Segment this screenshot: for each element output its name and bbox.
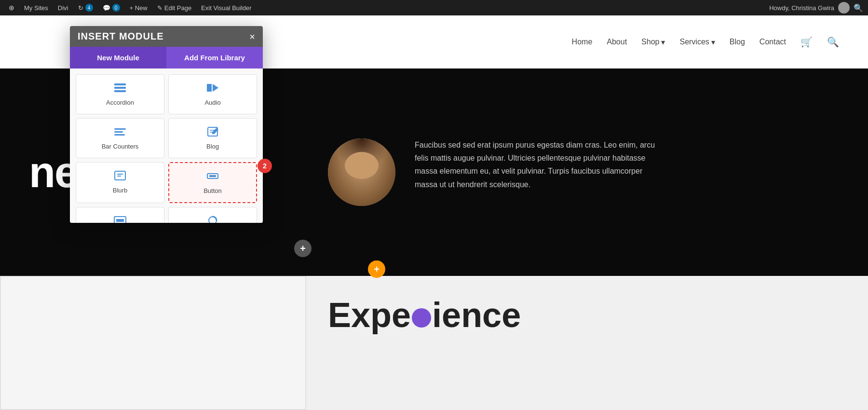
call-to-action-icon	[113, 215, 127, 223]
new-label: + New	[130, 4, 148, 12]
hero-right: Faucibus sed sed erat ipsum purus egesta…	[289, 119, 868, 225]
my-sites-label: My Sites	[24, 4, 48, 12]
edit-page-item[interactable]: ✎ Edit Page	[153, 0, 195, 15]
chevron-down-icon-2: ▾	[711, 38, 715, 47]
svg-rect-12	[117, 174, 123, 175]
experience-label: Expeience	[328, 296, 521, 334]
cart-icon[interactable]: 🛒	[800, 36, 813, 48]
admin-search-icon[interactable]: 🔍	[854, 3, 863, 13]
blog-icon	[206, 126, 219, 139]
module-bar-counters[interactable]: Bar Counters	[76, 118, 164, 158]
nav-about[interactable]: About	[607, 38, 627, 46]
plus-icon: +	[300, 243, 306, 254]
experience-title-area: Expeience	[328, 295, 521, 335]
panel-title: Insert Module	[78, 31, 164, 42]
svg-marker-4	[213, 84, 218, 92]
bar-counters-label: Bar Counters	[102, 143, 139, 150]
circle-counter-icon	[206, 215, 219, 223]
module-blurb[interactable]: Blurb	[76, 162, 164, 203]
site-nav: Home About Shop ▾ Services ▾ Blog Contac…	[572, 36, 839, 48]
refresh-icon: ↻	[78, 4, 83, 12]
exit-builder-item[interactable]: Exit Visual Builder	[197, 0, 256, 15]
avatar-image	[328, 138, 395, 206]
tab-add-from-library[interactable]: Add From Library	[166, 47, 263, 68]
wp-logo[interactable]: ⊕	[5, 0, 18, 15]
panel-header: Insert Module ×	[70, 26, 263, 47]
nav-shop-label: Shop	[641, 38, 659, 46]
nav-home[interactable]: Home	[572, 38, 593, 46]
svg-rect-13	[117, 176, 121, 177]
nav-services-dropdown[interactable]: Services ▾	[679, 38, 715, 47]
tab-new-module-label: New Module	[97, 54, 139, 62]
nav-contact[interactable]: Contact	[760, 38, 786, 46]
divi-label: Divi	[58, 4, 68, 12]
accordion-label: Accordion	[106, 99, 134, 106]
module-button[interactable]: Button	[168, 162, 257, 203]
svg-rect-2	[114, 90, 126, 92]
new-item[interactable]: + New	[126, 0, 151, 15]
module-audio[interactable]: Audio	[168, 74, 257, 114]
svg-rect-15	[209, 175, 216, 177]
search-icon[interactable]: 🔍	[827, 36, 839, 48]
edit-page-label: Edit Page	[164, 4, 191, 12]
plus-icon-orange: +	[374, 264, 380, 275]
user-greeting: Howdy, Christina Gwira	[769, 4, 834, 12]
nav-services-label: Services	[679, 38, 709, 46]
audio-label: Audio	[204, 99, 220, 106]
accordion-icon	[113, 82, 127, 95]
insert-module-panel: Insert Module × New Module Add From Libr…	[70, 26, 263, 223]
blurb-icon	[113, 170, 127, 183]
button-icon	[206, 171, 219, 183]
svg-rect-1	[114, 87, 126, 89]
tab-add-from-library-label: Add From Library	[184, 54, 245, 62]
hero-body-text: Faucibus sed sed erat ipsum purus egesta…	[415, 138, 656, 191]
module-circle-counter[interactable]: Circle Counter	[168, 207, 257, 223]
exit-builder-label: Exit Visual Builder	[201, 4, 252, 12]
chevron-down-icon: ▾	[661, 38, 665, 47]
tab-new-module[interactable]: New Module	[70, 47, 166, 68]
svg-rect-17	[116, 219, 124, 222]
admin-bar-right: Howdy, Christina Gwira 🔍	[769, 2, 863, 14]
bar-counters-icon	[113, 126, 127, 139]
nav-shop-dropdown[interactable]: Shop ▾	[641, 38, 665, 47]
gray-section: Expeience	[0, 276, 868, 410]
admin-bar: ⊕ My Sites Divi ↻ 4 💬 0 + New ✎ Edit Pag…	[0, 0, 868, 15]
comments-item[interactable]: 💬 0	[99, 0, 124, 15]
comments-badge: 0	[112, 4, 120, 12]
svg-rect-3	[207, 84, 212, 92]
panel-body: Accordion Audio	[70, 68, 263, 223]
wordpress-icon: ⊕	[9, 4, 14, 12]
blog-label: Blog	[206, 143, 219, 150]
divi-item[interactable]: Divi	[54, 0, 72, 15]
experience-dot	[412, 308, 431, 328]
svg-rect-6	[114, 131, 123, 133]
updates-item[interactable]: ↻ 4	[74, 0, 97, 15]
nav-blog[interactable]: Blog	[730, 38, 745, 46]
experience-text-part1: Expe	[328, 296, 411, 334]
my-sites[interactable]: My Sites	[20, 0, 52, 15]
pencil-icon: ✎	[157, 4, 163, 12]
svg-rect-0	[114, 83, 126, 85]
hero-avatar	[328, 138, 395, 206]
add-column-button-gray[interactable]: +	[294, 240, 312, 257]
svg-rect-5	[114, 128, 126, 130]
badge-2-indicator: 2	[258, 159, 272, 173]
audio-icon	[206, 82, 219, 95]
comment-icon: 💬	[103, 4, 110, 12]
module-accordion[interactable]: Accordion	[76, 74, 164, 114]
panel-tabs: New Module Add From Library	[70, 47, 263, 68]
avatar	[838, 2, 850, 14]
left-content-box	[0, 276, 306, 410]
page-wrapper: Home About Shop ▾ Services ▾ Blog Contac…	[0, 15, 868, 410]
module-blog[interactable]: Blog	[168, 118, 257, 158]
module-call-to-action[interactable]: Call To Action	[76, 207, 164, 223]
experience-text-part2: ience	[432, 296, 521, 334]
blurb-label: Blurb	[113, 187, 127, 194]
button-label: Button	[203, 187, 222, 194]
svg-rect-7	[114, 134, 125, 136]
panel-close-button[interactable]: ×	[249, 32, 255, 41]
badge-2-label: 2	[263, 162, 267, 170]
updates-badge: 4	[85, 4, 93, 12]
add-row-button-orange[interactable]: +	[368, 260, 385, 278]
